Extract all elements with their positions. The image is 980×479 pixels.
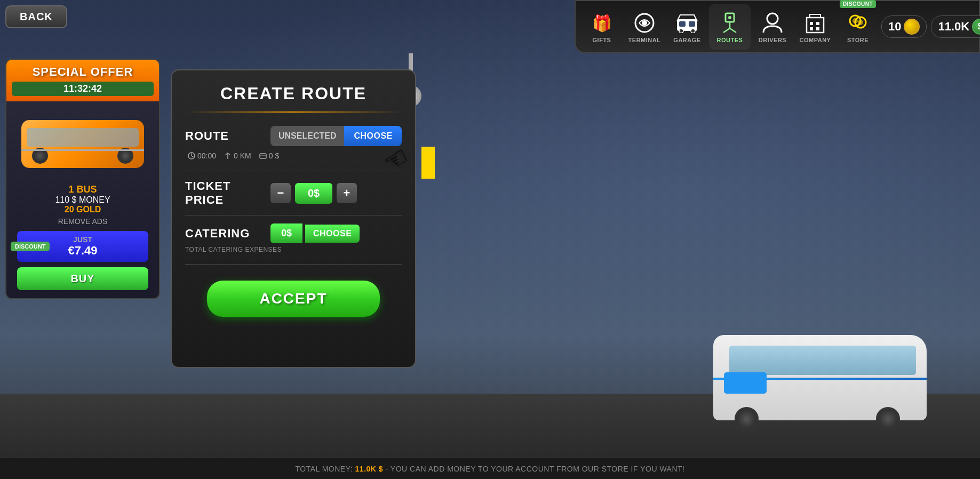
sidebar-item-gifts[interactable]: 🎁 GIFTS: [581, 4, 623, 50]
ticket-price-label: TICKET PRICE: [185, 179, 270, 207]
svg-point-1: [642, 20, 647, 26]
drivers-icon: [760, 10, 785, 36]
svg-rect-20: [260, 154, 266, 158]
offer-money: 110 $ MONEY: [9, 195, 156, 205]
ticket-divider: [185, 215, 402, 215]
catering-price: 0$: [270, 223, 302, 243]
dollar-icon: $: [972, 19, 980, 35]
svg-point-17: [852, 18, 858, 23]
ticket-price-plus[interactable]: +: [337, 183, 357, 203]
svg-rect-4: [689, 21, 695, 27]
currency-display: 10 11.0K $: [881, 15, 980, 38]
company-icon: [802, 10, 828, 36]
offer-bus-image: [19, 107, 147, 176]
company-label: COMPANY: [800, 37, 831, 43]
route-divider: [185, 171, 402, 171]
svg-point-18: [858, 20, 863, 25]
svg-rect-11: [810, 22, 813, 25]
catering-expenses-label: TOTAL CATERING EXPENSES: [185, 246, 402, 253]
gifts-label: GIFTS: [593, 37, 611, 43]
bus-on-road: [713, 319, 927, 436]
bottom-bar-text: TOTAL MONEY: 11.0K $ - YOU CAN ADD MONEY…: [296, 465, 685, 473]
sidebar-item-routes[interactable]: ROUTES: [709, 4, 751, 50]
route-info: 00:00 0 KM 0 $: [188, 151, 402, 160]
catering-label: CATERING: [185, 227, 270, 241]
svg-rect-12: [816, 22, 819, 25]
discount-badge: DISCOUNT: [840, 0, 876, 8]
ticket-price-control: − 0$ +: [270, 183, 402, 204]
svg-point-9: [767, 13, 778, 24]
catering-control: 0$ CHOOSE: [270, 223, 402, 243]
svg-rect-3: [679, 21, 686, 27]
catering-divider: [185, 264, 402, 265]
offer-details: 1 BUS 110 $ MONEY 20 GOLD REMOVE ADS: [6, 181, 159, 228]
route-unselected: UNSELECTED: [270, 126, 344, 146]
special-offer-panel: SPECIAL OFFER 11:32:42 1 BUS 110 $ MONEY…: [5, 59, 160, 299]
nav-items: 🎁 GIFTS TERMINAL GARAGE ROUTES DR: [581, 4, 879, 50]
garage-icon: [674, 10, 700, 36]
store-icon: [845, 10, 871, 36]
coin-icon: [904, 19, 920, 35]
route-time: 00:00: [188, 151, 216, 160]
offer-gold: 20 GOLD: [9, 205, 156, 214]
coin-count: 10: [881, 15, 927, 38]
store-label: STORE: [847, 37, 869, 43]
dialog-title: CREATE ROUTE: [185, 84, 402, 103]
garage-label: GARAGE: [673, 37, 700, 43]
gifts-icon: 🎁: [589, 10, 615, 36]
price-box: DISCOUNT JUST €7.49: [17, 231, 148, 262]
routes-label: ROUTES: [717, 37, 743, 43]
route-section: ROUTE UNSELECTED CHOOSE: [185, 126, 402, 146]
svg-rect-14: [816, 27, 819, 30]
ticket-price-display: 0$: [295, 183, 332, 204]
offer-discount-badge: DISCOUNT: [11, 242, 50, 251]
route-distance: 0 KM: [224, 151, 251, 160]
svg-rect-13: [810, 27, 813, 30]
sidebar-item-company[interactable]: COMPANY: [794, 4, 836, 50]
money-number: 11.0K: [938, 20, 969, 34]
offer-timer: 11:32:42: [12, 82, 154, 96]
routes-icon: [717, 10, 743, 36]
money-count: 11.0K $: [931, 15, 980, 38]
ticket-price-minus[interactable]: −: [270, 183, 291, 203]
top-navigation: 🎁 GIFTS TERMINAL GARAGE ROUTES DR: [575, 0, 980, 53]
route-label: ROUTE: [185, 129, 270, 143]
back-button[interactable]: BACK: [5, 5, 67, 28]
coin-number: 10: [888, 20, 901, 34]
drivers-label: DRIVERS: [759, 37, 786, 43]
bottom-status-bar: TOTAL MONEY: 11.0K $ - YOU CAN ADD MONEY…: [0, 458, 980, 479]
sidebar-item-drivers[interactable]: DRIVERS: [752, 4, 793, 50]
terminal-label: TERMINAL: [628, 37, 661, 43]
offer-ads: REMOVE ADS: [9, 217, 156, 226]
route-price-info: 0 $: [259, 151, 279, 160]
offer-bus-count: 1 BUS: [9, 184, 156, 195]
svg-point-6: [691, 29, 695, 33]
svg-point-5: [679, 29, 683, 33]
svg-point-8: [728, 16, 731, 19]
sidebar-item-store[interactable]: DISCOUNT STORE: [837, 4, 879, 50]
bottom-money-highlight: 11.0K $: [355, 465, 384, 473]
create-route-dialog: CREATE ROUTE ROUTE UNSELECTED CHOOSE 00:…: [171, 69, 416, 368]
terminal-icon: [632, 10, 657, 36]
svg-rect-10: [807, 18, 824, 33]
catering-choose-button[interactable]: CHOOSE: [305, 225, 360, 243]
dialog-divider: [185, 111, 402, 113]
route-selector: UNSELECTED CHOOSE: [270, 126, 402, 146]
yellow-block: [421, 147, 435, 179]
special-offer-header: SPECIAL OFFER 11:32:42: [6, 60, 159, 101]
buy-button[interactable]: BUY: [17, 267, 148, 290]
catering-section: CATERING 0$ CHOOSE: [185, 223, 402, 243]
special-offer-title: SPECIAL OFFER: [12, 65, 154, 79]
sidebar-item-terminal[interactable]: TERMINAL: [624, 4, 665, 50]
sidebar-item-garage[interactable]: GARAGE: [666, 4, 708, 50]
ticket-price-section: TICKET PRICE − 0$ +: [185, 179, 402, 207]
accept-button[interactable]: ACCEPT: [207, 281, 380, 317]
